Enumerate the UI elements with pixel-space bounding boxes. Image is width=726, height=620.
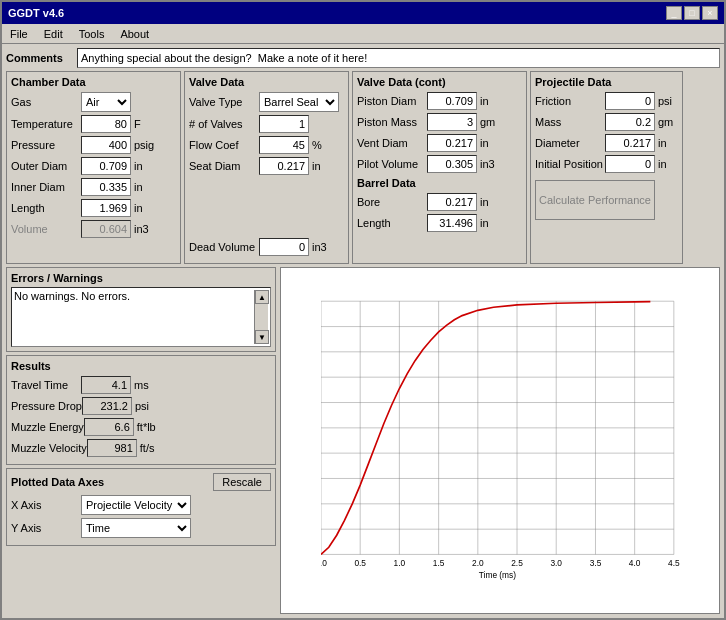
inner-diam-input[interactable]	[81, 178, 131, 196]
proj-mass-input[interactable]	[605, 113, 655, 131]
pressure-input[interactable]	[81, 136, 131, 154]
pressure-drop-value	[82, 397, 132, 415]
piston-diam-unit: in	[480, 95, 500, 107]
init-pos-label: Initial Position	[535, 158, 605, 170]
chart-area: 1000 900 800 700 600 500 400 300 200 100…	[280, 267, 720, 614]
travel-time-value	[81, 376, 131, 394]
flow-coef-input[interactable]	[259, 136, 309, 154]
inner-diam-label: Inner Diam	[11, 181, 81, 193]
chamber-length-unit: in	[134, 202, 154, 214]
travel-time-row: Travel Time ms	[11, 376, 271, 394]
valve-title: Valve Data	[189, 76, 344, 88]
piston-mass-input[interactable]	[427, 113, 477, 131]
chamber-length-label: Length	[11, 202, 81, 214]
svg-text:Time (ms): Time (ms)	[479, 570, 516, 580]
bore-input[interactable]	[427, 193, 477, 211]
x-axis-label: X Axis	[11, 499, 81, 511]
valve-cont-section: Valve Data (cont) Piston Diam in Piston …	[352, 71, 527, 264]
main-window: GGDT v4.6 _ □ × File Edit Tools About Co…	[0, 0, 726, 620]
calc-performance-button[interactable]: Calculate Performance	[535, 180, 655, 220]
piston-mass-label: Piston Mass	[357, 116, 427, 128]
top-sections: Chamber Data Gas Air Temperature F Press…	[6, 71, 720, 264]
chamber-section: Chamber Data Gas Air Temperature F Press…	[6, 71, 181, 264]
svg-text:2.0: 2.0	[472, 558, 484, 568]
proj-mass-unit: gm	[658, 116, 678, 128]
errors-box: Errors / Warnings No warnings. No errors…	[6, 267, 276, 352]
muzzle-energy-unit: ft*lb	[137, 421, 157, 433]
travel-time-label: Travel Time	[11, 379, 81, 391]
inner-diam-unit: in	[134, 181, 154, 193]
volume-input	[81, 220, 131, 238]
dead-vol-input[interactable]	[259, 238, 309, 256]
gas-select[interactable]: Air	[81, 92, 131, 112]
projectile-title: Projectile Data	[535, 76, 678, 88]
minimize-button[interactable]: _	[666, 6, 682, 20]
seat-diam-input[interactable]	[259, 157, 309, 175]
flow-coef-unit: %	[312, 139, 332, 151]
menu-tools[interactable]: Tools	[75, 27, 109, 41]
pilot-vol-input[interactable]	[427, 155, 477, 173]
flow-coef-label: Flow Coef	[189, 139, 259, 151]
menu-bar: File Edit Tools About	[2, 24, 724, 44]
valve-type-select[interactable]: Barrel Seal	[259, 92, 339, 112]
comments-input[interactable]	[77, 48, 720, 68]
length-row: Length in	[11, 199, 176, 217]
vent-diam-label: Vent Diam	[357, 137, 427, 149]
chamber-title: Chamber Data	[11, 76, 176, 88]
muzzle-energy-row: Muzzle Energy ft*lb	[11, 418, 271, 436]
temp-unit: F	[134, 118, 154, 130]
proj-diam-row: Diameter in	[535, 134, 678, 152]
barrel-length-row: Length in	[357, 214, 522, 232]
svg-text:0.0: 0.0	[321, 558, 327, 568]
maximize-button[interactable]: □	[684, 6, 700, 20]
barrel-length-input[interactable]	[427, 214, 477, 232]
rescale-button[interactable]: Rescale	[213, 473, 271, 491]
inner-diam-row: Inner Diam in	[11, 178, 176, 196]
menu-edit[interactable]: Edit	[40, 27, 67, 41]
proj-diam-input[interactable]	[605, 134, 655, 152]
svg-text:3.5: 3.5	[590, 558, 602, 568]
volume-row: Volume in3	[11, 220, 176, 238]
svg-text:4.0: 4.0	[629, 558, 641, 568]
volume-unit: in3	[134, 223, 154, 235]
muzzle-energy-label: Muzzle Energy	[11, 421, 84, 433]
pressure-unit: psig	[134, 139, 154, 151]
muzzle-energy-value	[84, 418, 134, 436]
window-title: GGDT v4.6	[8, 7, 64, 19]
seat-diam-row: Seat Diam in	[189, 157, 344, 175]
init-pos-row: Initial Position in	[535, 155, 678, 173]
temp-input[interactable]	[81, 115, 131, 133]
valve-type-row: Valve Type Barrel Seal	[189, 92, 344, 112]
scroll-up-button[interactable]: ▲	[255, 290, 269, 304]
errors-scrollbar: ▲ ▼	[254, 290, 268, 344]
flow-coef-row: Flow Coef %	[189, 136, 344, 154]
vent-diam-input[interactable]	[427, 134, 477, 152]
left-panel: Errors / Warnings No warnings. No errors…	[6, 267, 276, 614]
svg-text:3.0: 3.0	[550, 558, 562, 568]
init-pos-input[interactable]	[605, 155, 655, 173]
results-title: Results	[11, 360, 271, 372]
scroll-track	[255, 304, 268, 330]
friction-unit: psi	[658, 95, 678, 107]
close-button[interactable]: ×	[702, 6, 718, 20]
gas-row: Gas Air	[11, 92, 176, 112]
outer-diam-row: Outer Diam in	[11, 157, 176, 175]
temp-label: Temperature	[11, 118, 81, 130]
outer-diam-input[interactable]	[81, 157, 131, 175]
bottom-area: Errors / Warnings No warnings. No errors…	[6, 267, 720, 614]
svg-text:4.5: 4.5	[668, 558, 680, 568]
axes-box: Plotted Data Axes Rescale X Axis Project…	[6, 468, 276, 546]
scroll-down-button[interactable]: ▼	[255, 330, 269, 344]
friction-input[interactable]	[605, 92, 655, 110]
y-axis-select[interactable]: Time Projectile Velocity Position	[81, 518, 191, 538]
menu-about[interactable]: About	[116, 27, 153, 41]
gas-label: Gas	[11, 96, 81, 108]
friction-row: Friction psi	[535, 92, 678, 110]
chamber-length-input[interactable]	[81, 199, 131, 217]
x-axis-select[interactable]: Projectile Velocity Time Position	[81, 495, 191, 515]
num-valves-input[interactable]	[259, 115, 309, 133]
barrel-length-label: Length	[357, 217, 427, 229]
menu-file[interactable]: File	[6, 27, 32, 41]
piston-diam-input[interactable]	[427, 92, 477, 110]
volume-label: Volume	[11, 223, 81, 235]
